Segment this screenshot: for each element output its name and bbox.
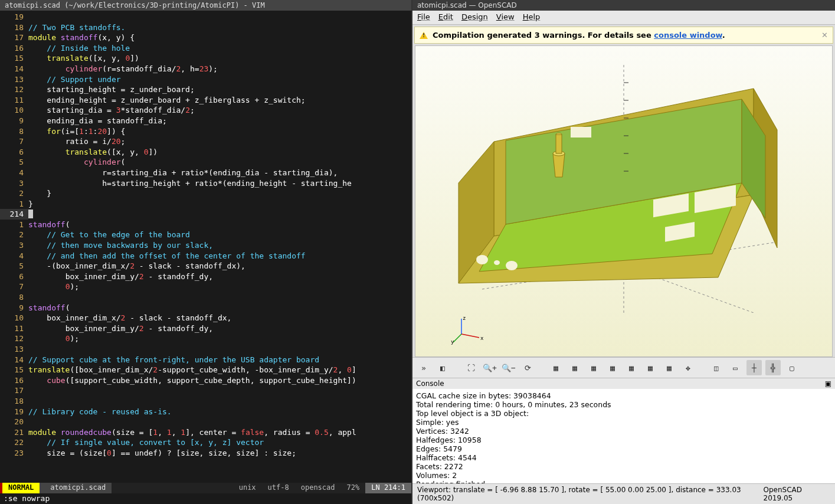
menu-edit[interactable]: Edit: [438, 12, 453, 22]
console-line: Simple: yes: [416, 418, 831, 427]
code-content: 0);: [28, 282, 79, 292]
openscad-3d-viewport[interactable]: z x y: [415, 45, 833, 357]
menu-view[interactable]: View: [496, 12, 515, 22]
vim-code-line[interactable]: 7 ratio = i/20;: [0, 136, 411, 147]
vim-code-line[interactable]: 17module standoff(x, y) {: [0, 32, 411, 43]
vim-code-line[interactable]: 2 }: [0, 188, 411, 199]
vim-code-line[interactable]: 9standoff(: [0, 303, 411, 313]
expand-icon[interactable]: »: [416, 360, 431, 375]
vim-code-line[interactable]: 21module roundedcube(size = [1, 1, 1], c…: [0, 427, 411, 438]
rotate-icon[interactable]: ⟳: [520, 360, 535, 375]
code-content: cylinder(r=standoff_dia/2, h=23);: [28, 64, 218, 74]
vim-code-line[interactable]: 18: [0, 396, 411, 407]
vim-code-line[interactable]: 8: [0, 292, 411, 303]
orthogonal-icon[interactable]: ▭: [728, 360, 743, 375]
console-window-link[interactable]: console window: [654, 31, 722, 40]
console-line: Volumes: 2: [416, 471, 831, 480]
svg-rect-16: [571, 127, 591, 138]
vim-code-line[interactable]: 13: [0, 344, 411, 355]
vim-position: LN 214:1: [365, 483, 411, 493]
vim-code-line[interactable]: 20: [0, 417, 411, 427]
line-number: 3: [0, 240, 28, 251]
vim-code-line[interactable]: 3 h=starting_height + ratio*(ending_heig…: [0, 178, 411, 189]
line-number: 1: [0, 220, 28, 230]
code-content: cylinder(: [28, 157, 125, 168]
vim-code-line[interactable]: 22 // If single value, convert to [x, y,…: [0, 437, 411, 448]
vim-code-line[interactable]: 2 // Get to the edge of the board: [0, 230, 411, 240]
view-front-icon[interactable]: ▦: [624, 360, 639, 375]
vim-code-line[interactable]: 3 // then move backwards by our slack,: [0, 240, 411, 251]
vim-code-line[interactable]: 1}: [0, 199, 411, 210]
axes-icon[interactable]: ┼: [746, 360, 762, 375]
vim-code-line[interactable]: 7 0);: [0, 282, 411, 292]
vim-command-line[interactable]: :se nowrap: [0, 493, 411, 504]
vim-code-line[interactable]: 18// Two PCB standoffs.: [0, 22, 411, 33]
line-number: 4: [0, 251, 28, 261]
view-top-icon[interactable]: ▦: [567, 360, 582, 375]
vim-code-line[interactable]: 15 translate([x, y, 0]): [0, 53, 411, 64]
zoom-out-icon[interactable]: 🔍−: [501, 360, 516, 375]
crosshair-icon[interactable]: ▢: [784, 360, 800, 375]
code-content: // Get to the edge of the board: [28, 230, 190, 240]
vim-code-line[interactable]: 6 translate([x, y, 0]): [0, 147, 411, 158]
vim-code-line[interactable]: 10 box_inner_dim_x/2 - slack - standoff_…: [0, 313, 411, 323]
vim-code-line[interactable]: 5 cylinder(: [0, 157, 411, 168]
vim-code-line[interactable]: 12 starting_height = z_under_board;: [0, 84, 411, 95]
center-icon[interactable]: ✥: [680, 360, 696, 375]
vim-code-line[interactable]: 214: [0, 209, 411, 220]
line-number: 19: [0, 12, 28, 22]
vim-code-line[interactable]: 15translate([box_inner_dim_x/2-support_c…: [0, 365, 411, 375]
vim-code-line[interactable]: 16 cube([support_cube_width, support_cub…: [0, 375, 411, 386]
line-number: 11: [0, 323, 28, 334]
zoom-fit-icon[interactable]: ⛶: [463, 360, 479, 375]
line-number: 19: [0, 407, 28, 417]
menu-help[interactable]: Help: [523, 12, 541, 22]
console-line: Total rendering time: 0 hours, 0 minutes…: [416, 400, 831, 409]
vim-code-line[interactable]: 14 cylinder(r=standoff_dia/2, h=23);: [0, 64, 411, 74]
perspective-icon[interactable]: ◫: [709, 360, 724, 375]
console-line: Halfedges: 10958: [416, 436, 831, 444]
view-back-icon[interactable]: ▦: [643, 360, 658, 375]
view-right-icon[interactable]: ▦: [548, 360, 564, 375]
vim-code-line[interactable]: 13 // Support under: [0, 74, 411, 85]
console-output[interactable]: CGAL cache size in bytes: 39038464Total …: [412, 389, 835, 483]
vim-code-line[interactable]: 8 for(i=[1:1:20]) {: [0, 126, 411, 137]
menu-design[interactable]: Design: [461, 12, 488, 22]
vim-code-line[interactable]: 19: [0, 12, 411, 22]
zoom-in-icon[interactable]: 🔍+: [482, 360, 497, 375]
rendered-model: [447, 65, 801, 313]
code-content: cube([support_cube_width, support_cube_d…: [28, 375, 356, 386]
vim-code-line[interactable]: 14// Support cube at the front-right, un…: [0, 355, 411, 365]
vim-code-line[interactable]: 23 size = (size[0] == undef) ? [size, si…: [0, 448, 411, 459]
console-undock-icon[interactable]: ▣: [825, 379, 831, 388]
code-content: translate([box_inner_dim_x/2-support_cub…: [28, 365, 356, 375]
vim-code-line[interactable]: 19// Library code - reused as-is.: [0, 407, 411, 417]
line-number: 6: [0, 147, 28, 158]
view-left-icon[interactable]: ▦: [605, 360, 620, 375]
line-number: 15: [0, 53, 28, 64]
vim-code-line[interactable]: 10 starting_dia = 3*standoff_dia/2;: [0, 105, 411, 116]
view-diagonal-icon[interactable]: ▦: [662, 360, 677, 375]
vim-code-line[interactable]: 11 box_inner_dim_y/2 - standoff_dy,: [0, 323, 411, 334]
vim-code-line[interactable]: 12 0);: [0, 333, 411, 344]
vim-code-line[interactable]: 6 box_inner_dim_y/2 - standoff_dy,: [0, 271, 411, 282]
line-number: 14: [0, 64, 28, 74]
code-content: starting_height = z_under_board;: [28, 84, 195, 95]
vim-code-line[interactable]: 11 ending_height = z_under_board + z_fib…: [0, 95, 411, 106]
cube-preview-icon[interactable]: ◧: [435, 360, 450, 375]
line-number: 17: [0, 32, 28, 43]
vim-code-line[interactable]: 9 ending_dia = standoff_dia;: [0, 116, 411, 126]
vim-percent: 72%: [341, 483, 366, 493]
vim-code-line[interactable]: 1standoff(: [0, 220, 411, 230]
vim-editor[interactable]: 1918// Two PCB standoffs.17module stando…: [0, 11, 411, 483]
axes-ticks-icon[interactable]: ╬: [765, 360, 781, 375]
close-icon[interactable]: ✕: [821, 31, 828, 40]
vim-code-line[interactable]: 16 // Inside the hole: [0, 43, 411, 54]
view-bottom-icon[interactable]: ▦: [586, 360, 601, 375]
vim-code-line[interactable]: 5 -(box_inner_dim_x/2 - slack - standoff…: [0, 261, 411, 271]
line-number: 18: [0, 22, 28, 33]
menu-file[interactable]: File: [417, 12, 430, 22]
vim-code-line[interactable]: 4 // and then add the offset of the cent…: [0, 251, 411, 261]
vim-code-line[interactable]: 4 r=starting_dia + ratio*(ending_dia - s…: [0, 168, 411, 178]
vim-code-line[interactable]: 17: [0, 385, 411, 396]
